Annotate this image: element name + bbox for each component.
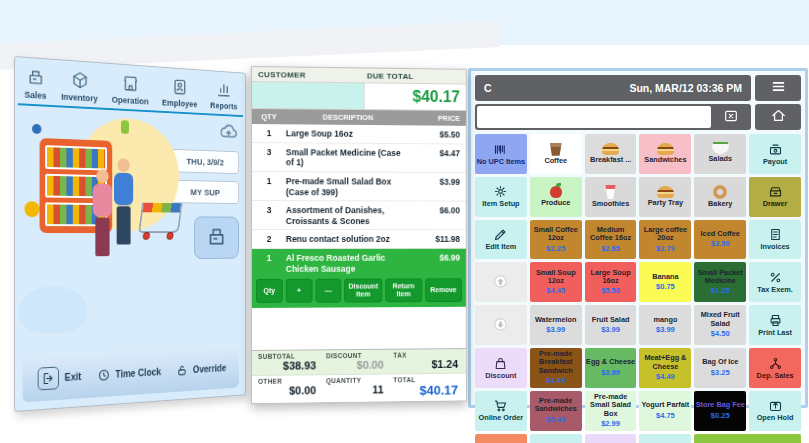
pre-made-sandwiches-button[interactable]: Pre-made Sandwiches $5.49 (530, 391, 582, 431)
remove-item-button[interactable]: Remove (425, 279, 462, 302)
meat-egg-cheese-button[interactable]: Meat+Egg & Cheese $4.49 (639, 348, 691, 388)
cell-label: Pre-made Small Salad Box (586, 393, 636, 418)
cell-label: Banana (652, 273, 678, 281)
sandwiches-button[interactable]: Sandwiches (639, 134, 691, 174)
pre-made-breakfast-sandwich-button[interactable]: Pre-made Breakfast Sandwich $4.49 (530, 348, 582, 388)
tab-reports[interactable]: Reports (210, 79, 237, 111)
mixed-fruit-salad-button[interactable]: Mixed Fruit Salad $4.50 (694, 305, 746, 345)
pre-made-small-salad-box-button[interactable]: Pre-made Small Salad Box $2.99 (585, 391, 637, 431)
invoices-button[interactable]: Invoices (749, 220, 801, 260)
item-description: Renu contact solution 2oz (286, 234, 410, 245)
open-hold-button[interactable]: Open Hold (749, 391, 801, 431)
item-price: $4.47 (410, 148, 466, 169)
cell-button[interactable]: 2 Renu contact solution 2oz $11.98 (252, 230, 466, 249)
cell-label: Pre-made Sandwiches (531, 397, 581, 414)
time-clock-button[interactable]: Time Clock (97, 364, 161, 382)
cell-button[interactable]: 1 Pre-made Small Salad Box (Case of 399)… (252, 172, 466, 202)
selected-receipt-row[interactable]: 1 Al Fresco Roasted Garlic Chicken Sausa… (252, 249, 466, 277)
home-button[interactable] (755, 104, 801, 130)
tab-inventory[interactable]: Inventory (61, 69, 98, 103)
search-input[interactable] (477, 106, 711, 128)
dep-sales-button[interactable]: Dep. Sales (749, 348, 801, 388)
illustration-shape (19, 285, 88, 334)
large-coffee-20oz-button[interactable]: Large coffee 20oz $2.79 (639, 220, 691, 260)
banana-button[interactable]: Banana $0.75 (639, 262, 691, 302)
tab-employee[interactable]: Employee (162, 76, 197, 109)
tax-exempt-button[interactable]: Tax Exem. (749, 262, 801, 302)
increase-qty-button[interactable]: + (286, 279, 313, 302)
watermelon-button[interactable]: Watermelon $3.99 (530, 305, 582, 345)
discount-item-button[interactable]: Discount Item (344, 279, 381, 302)
produce-button[interactable]: Produce (530, 177, 582, 217)
scroll-up-button[interactable] (475, 262, 527, 302)
return-item-button[interactable]: Return Item (385, 279, 422, 302)
cell-label: Small Coffee 12oz (531, 226, 581, 243)
small-packet-medicine-button[interactable]: Small Packet Medicine $1.25 (694, 262, 746, 302)
manage-order-button[interactable]: Manage Order (530, 434, 582, 443)
cell-price: $4.50 (711, 330, 730, 339)
support-button[interactable]: MY SUP (171, 180, 239, 204)
tab-sales[interactable]: Sales (24, 67, 46, 101)
coffee-button[interactable]: Coffee (530, 134, 582, 174)
yogurt-parfait-button[interactable]: Yogurt Parfait $4.75 (639, 391, 691, 431)
breakfast-button[interactable]: Breakfast ... (585, 134, 637, 174)
pay-button[interactable]: Pay (694, 434, 801, 443)
cell-price: $2.65 (601, 245, 620, 254)
egg-cheese-button[interactable]: Egg & Cheese $3.99 (585, 348, 637, 388)
cell-button[interactable]: 3 Small Packet Medicine (Case of 1) $4.4… (252, 143, 466, 173)
print-last-button[interactable]: Print Last (749, 305, 801, 345)
drawer-button[interactable]: Drawer (749, 177, 801, 217)
cell-label: Breakfast ... (590, 156, 631, 164)
edit-item-button[interactable]: Edit Item (475, 220, 527, 260)
discount-button[interactable]: Discount (475, 348, 527, 388)
mango-button[interactable]: mango $3.99 (639, 305, 691, 345)
bakery-button[interactable]: Bakery (694, 177, 746, 217)
iced-coffee-button[interactable]: Iced Coffee $3.50 (694, 220, 746, 260)
lock-icon (176, 363, 188, 378)
sitemap-icon (768, 356, 783, 371)
customer-label: CUSTOMER (258, 70, 367, 80)
medium-coffee-16oz-button[interactable]: Medium Coffee 16oz $2.65 (585, 220, 637, 260)
cell-button[interactable]: 3 Assortment of Danishes, Croissants & S… (252, 201, 466, 230)
small-coffee-12oz-button[interactable]: Small Coffee 12oz $2.25 (530, 220, 582, 260)
illustration-shape (114, 173, 133, 206)
receipt-panel: CUSTOMER DUE TOTAL $40.17 QTY DESCRIPTIO… (251, 66, 467, 404)
cell-label: Tax Exem. (757, 286, 793, 294)
online-order-button[interactable]: Online Order (475, 391, 527, 431)
fruit-salad-button[interactable]: Fruit Salad $3.99 (585, 305, 637, 345)
tab-operation[interactable]: Operation (112, 73, 149, 107)
payout-button[interactable]: Payout (749, 134, 801, 174)
override-button[interactable]: Override (176, 361, 227, 378)
date-button[interactable]: THU, 3/9/2 (171, 149, 239, 174)
item-setup-button[interactable]: Item Setup (475, 177, 527, 217)
no-upc-items-button[interactable]: No UPC Items (475, 134, 527, 174)
cell-label: Drawer (763, 200, 788, 208)
customer-value-box[interactable] (252, 82, 365, 109)
register-button[interactable] (194, 216, 239, 259)
qty-button[interactable]: Qty (256, 279, 283, 302)
refund-button[interactable]: Refund (585, 434, 637, 443)
salads-button[interactable]: Salads (694, 134, 746, 174)
cell-price: $4.45 (546, 287, 565, 296)
small-soup-12oz-button[interactable]: Small Soup 12oz $4.45 (530, 262, 582, 302)
coffee-icon (550, 143, 562, 156)
store-bag-fee-button[interactable]: Store Bag Fee $0.25 (694, 391, 746, 431)
menu-button[interactable] (755, 75, 801, 101)
party-tray-button[interactable]: Party Tray (639, 177, 691, 217)
print-icon (768, 313, 783, 328)
bag-of-ice-button[interactable]: Bag Of Ice $3.25 (694, 348, 746, 388)
due-total-amount: $40.17 (365, 83, 466, 110)
arrow-down-icon (493, 317, 508, 332)
cell-button[interactable]: 1 Large Soup 16oz $5.50 (252, 124, 466, 144)
smoothies-button[interactable]: Smoothies (585, 177, 637, 217)
exit-button[interactable]: Exit (38, 365, 82, 390)
decrease-qty-button[interactable]: — (315, 279, 341, 302)
action-label: + (297, 287, 301, 294)
cancel-button[interactable]: Cancel (475, 434, 527, 443)
receipt-totals: SUBTOTAL $38.93 DISCOUNT $0.00 TAX $1.24… (252, 348, 466, 403)
large-soup-16oz-button[interactable]: Large Soup 16oz $5.50 (585, 262, 637, 302)
scroll-down-button[interactable] (475, 305, 527, 345)
cell-price: $0.75 (656, 283, 675, 292)
hold-button[interactable]: Hold (639, 434, 691, 443)
clear-search-button[interactable] (713, 106, 749, 128)
